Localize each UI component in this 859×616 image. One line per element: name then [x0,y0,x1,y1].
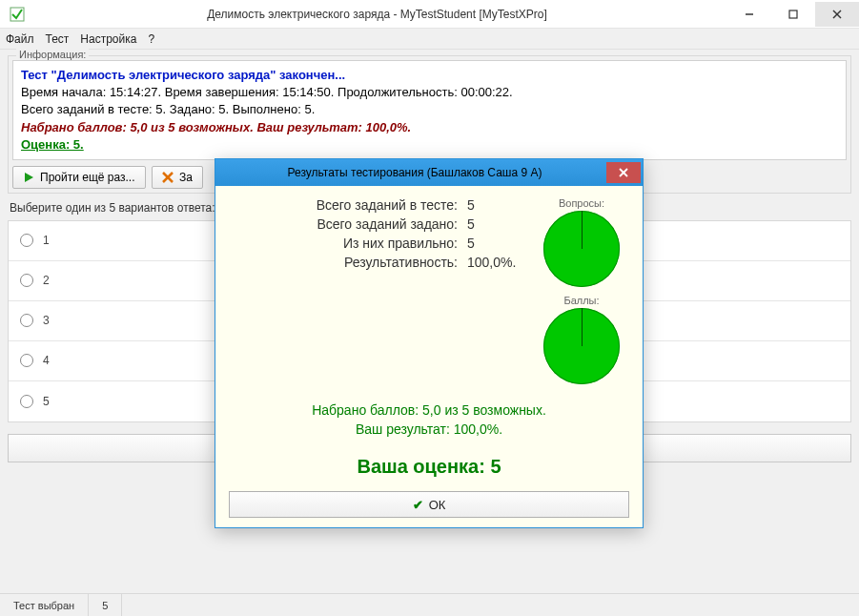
stat-correct: Из них правильно: 5 [229,236,534,251]
radio-icon[interactable] [20,234,33,247]
radio-icon[interactable] [20,354,33,367]
check-icon: ✔ [413,498,423,512]
x-icon [162,172,174,183]
summary-line1: Набрано баллов: 5,0 из 5 возможных. [229,401,629,421]
window-title: Делимость электрического заряда - MyTest… [27,8,727,21]
info-title: Тест "Делимость электрического заряда" з… [21,67,838,84]
ok-button[interactable]: ✔ ОК [229,491,629,518]
svg-rect-2 [789,10,797,18]
dialog-body: Всего заданий в тесте: 5 Всего заданий з… [215,186,643,527]
pie-questions-label: Вопросы: [534,197,629,209]
info-grade: Оценка: 5. [21,136,838,154]
menu-bar: Файл Тест Настройка ? [0,29,859,50]
window-titlebar: Делимость электрического заряда - MyTest… [0,0,859,29]
stat-asked: Всего заданий задано: 5 [229,216,534,232]
stat-total-val: 5 [467,197,534,213]
dialog-title: Результаты тестирования (Башлаков Саша 9… [223,166,606,179]
pie-points-chart [543,308,620,384]
stat-asked-val: 5 [467,216,534,232]
menu-help[interactable]: ? [148,32,154,46]
window-controls [727,2,859,27]
minimize-button[interactable] [727,2,771,27]
radio-icon[interactable] [20,395,33,408]
close-test-label: За [179,171,193,184]
stats-labels: Всего заданий в тесте: 5 Всего заданий з… [229,197,534,392]
stat-eff-val: 100,0%. [467,255,534,270]
info-tasks: Всего заданий в тесте: 5. Задано: 5. Вып… [21,101,838,118]
results-dialog: Результаты тестирования (Башлаков Саша 9… [215,158,644,528]
ok-label: ОК [429,498,446,512]
option-label: 4 [43,354,50,367]
option-label: 3 [43,314,50,327]
menu-test[interactable]: Тест [46,32,70,46]
pie-points-label: Баллы: [534,295,629,306]
close-button[interactable] [815,2,859,27]
play-icon [23,172,34,183]
retry-button[interactable]: Пройти ещё раз... [12,166,146,189]
stat-total-label: Всего заданий в тесте: [229,197,467,213]
retry-label: Пройти ещё раз... [40,171,134,184]
pie-questions-chart [543,211,620,287]
stat-total: Всего заданий в тесте: 5 [229,197,534,213]
radio-icon[interactable] [20,274,33,287]
stat-eff-label: Результативность: [229,255,467,270]
stat-correct-val: 5 [467,236,534,251]
option-label: 1 [43,234,50,247]
option-label: 5 [43,395,50,408]
status-selected: Тест выбран [0,594,89,616]
pie-charts: Вопросы: Баллы: [534,197,629,392]
app-icon [8,5,27,24]
menu-settings[interactable]: Настройка [80,32,136,46]
stat-asked-label: Всего заданий задано: [229,216,467,232]
option-label: 2 [43,274,50,287]
stat-eff: Результативность: 100,0%. [229,255,534,270]
info-score: Набрано баллов: 5,0 из 5 возможных. Ваш … [21,119,838,136]
summary-line2: Ваш результат: 100,0%. [229,421,629,440]
summary-text: Набрано баллов: 5,0 из 5 возможных. Ваш … [229,401,629,439]
status-bar: Тест выбран 5 [0,593,859,616]
dialog-titlebar[interactable]: Результаты тестирования (Башлаков Саша 9… [215,159,643,186]
grade-big: Ваша оценка: 5 [229,456,629,478]
menu-file[interactable]: Файл [6,32,34,46]
close-test-button[interactable]: За [152,166,203,189]
info-box: Тест "Делимость электрического заряда" з… [12,60,847,160]
info-times: Время начала: 15:14:27. Время завершения… [21,84,838,101]
maximize-button[interactable] [771,2,815,27]
radio-icon[interactable] [20,314,33,327]
stats-row: Всего заданий в тесте: 5 Всего заданий з… [229,197,629,392]
status-count: 5 [89,594,122,616]
stat-correct-label: Из них правильно: [229,236,467,251]
dialog-close-button[interactable] [606,162,641,183]
svg-marker-5 [25,173,33,182]
info-legend: Информация: [16,49,89,60]
